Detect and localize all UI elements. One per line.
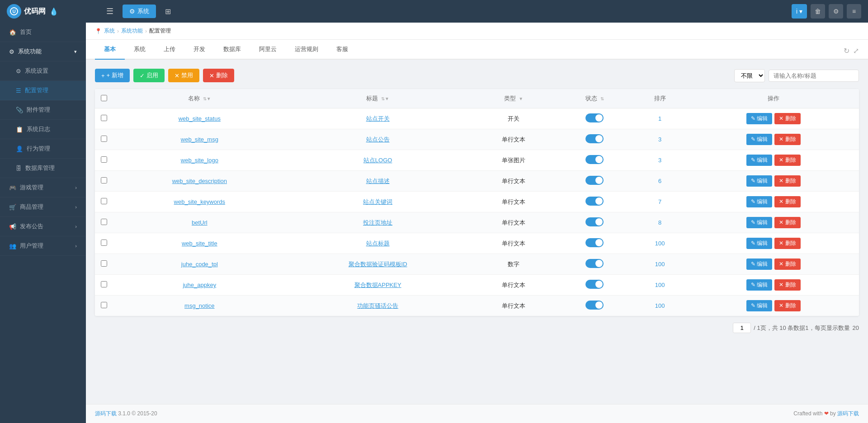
sort-name-icon[interactable]: ⇅▼ (203, 96, 211, 101)
edit-button[interactable]: ✎ 编辑 (746, 300, 772, 311)
row-title[interactable]: 站点标题 (286, 233, 470, 254)
edit-button[interactable]: ✎ 编辑 (746, 238, 772, 249)
user-info-btn[interactable]: i ▾ (792, 4, 807, 19)
footer-by-link[interactable]: 源码下载 (837, 410, 859, 417)
row-status[interactable] (557, 212, 632, 233)
enable-button[interactable]: ✓ 启用 (133, 69, 165, 82)
row-name[interactable]: web_site_msg (113, 129, 286, 150)
edit-button[interactable]: ✎ 编辑 (746, 155, 772, 166)
row-title[interactable]: 站点公告 (286, 129, 470, 150)
breadcrumb-sys-func[interactable]: 系统功能 (121, 27, 143, 35)
row-sort[interactable]: 100 (632, 233, 688, 254)
menu-toggle[interactable]: ☰ (99, 4, 120, 19)
sidebar-item-announce[interactable]: 📢 发布公告 › (0, 217, 86, 236)
row-sort[interactable]: 3 (632, 129, 688, 150)
del-button[interactable]: ✕ 删除 (774, 175, 800, 187)
breadcrumb-system[interactable]: 系统 (104, 27, 115, 35)
status-toggle[interactable] (585, 113, 604, 122)
tab-aliyun[interactable]: 阿里云 (250, 40, 286, 60)
row-status[interactable] (557, 296, 632, 316)
row-status[interactable] (557, 192, 632, 212)
sidebar-item-system-func[interactable]: ⚙ 系统功能 ▾ (0, 42, 86, 61)
row-sort[interactable]: 3 (632, 150, 688, 171)
row-sort[interactable]: 100 (632, 296, 688, 316)
del-button[interactable]: ✕ 删除 (774, 196, 800, 207)
tab-basic[interactable]: 基本 (95, 40, 125, 60)
row-status[interactable] (557, 171, 632, 192)
del-button[interactable]: ✕ 删除 (774, 134, 800, 145)
row-status[interactable] (557, 254, 632, 275)
row-name[interactable]: web_site_status (113, 108, 286, 129)
nav-grid[interactable]: ⊞ (158, 5, 178, 19)
edit-button[interactable]: ✎ 编辑 (746, 279, 772, 291)
status-toggle[interactable] (585, 176, 604, 185)
sidebar-item-goods[interactable]: 🛒 商品管理 › (0, 197, 86, 217)
status-toggle[interactable] (585, 217, 604, 226)
sidebar-item-database[interactable]: 🗄 数据库管理 (0, 159, 86, 178)
status-toggle[interactable] (585, 238, 604, 247)
row-status[interactable] (557, 108, 632, 129)
row-title[interactable]: 聚合数据APPKEY (286, 275, 470, 296)
row-sort[interactable]: 6 (632, 171, 688, 192)
row-status[interactable] (557, 150, 632, 171)
row-select-checkbox[interactable] (101, 219, 107, 225)
row-name[interactable]: web_site_description (113, 171, 286, 192)
tab-upload[interactable]: 上传 (155, 40, 184, 60)
status-toggle[interactable] (585, 155, 604, 164)
edit-button[interactable]: ✎ 编辑 (746, 196, 772, 207)
del-button[interactable]: ✕ 删除 (774, 238, 800, 249)
del-button[interactable]: ✕ 删除 (774, 279, 800, 291)
footer-download-link[interactable]: 源码下载 (95, 410, 117, 417)
sidebar-item-attachment[interactable]: 📎 附件管理 (0, 100, 86, 120)
del-button[interactable]: ✕ 删除 (774, 217, 800, 228)
tab-dev[interactable]: 开发 (184, 40, 214, 60)
row-select-checkbox[interactable] (101, 198, 107, 204)
row-title[interactable]: 聚合数据验证码模板ID (286, 254, 470, 275)
sidebar-item-behavior[interactable]: 👤 行为管理 (0, 139, 86, 159)
settings-btn[interactable]: ⚙ (829, 4, 843, 19)
row-title[interactable]: 站点关键词 (286, 192, 470, 212)
row-name[interactable]: juhe_code_tpl (113, 254, 286, 275)
status-toggle[interactable] (585, 280, 604, 289)
row-select-checkbox[interactable] (101, 240, 107, 246)
sidebar-item-home[interactable]: 🏠 首页 (0, 23, 86, 42)
row-title[interactable]: 投注页地址 (286, 212, 470, 233)
edit-button[interactable]: ✎ 编辑 (746, 258, 772, 270)
row-select-checkbox[interactable] (101, 302, 107, 308)
edit-button[interactable]: ✎ 编辑 (746, 113, 772, 124)
sidebar-item-system-settings[interactable]: ⚙ 系统设置 (0, 61, 86, 81)
page-input[interactable] (733, 323, 751, 333)
row-select-checkbox[interactable] (101, 136, 107, 142)
row-title[interactable]: 站点开关 (286, 108, 470, 129)
row-name[interactable]: juhe_appkey (113, 275, 286, 296)
fullscreen-icon[interactable]: ⤢ (853, 47, 859, 55)
menu-btn[interactable]: ≡ (847, 4, 861, 19)
del-button[interactable]: ✕ 删除 (774, 113, 800, 124)
row-sort[interactable]: 1 (632, 108, 688, 129)
row-status[interactable] (557, 129, 632, 150)
delete-button[interactable]: ✕ 删除 (203, 69, 234, 82)
trash-btn[interactable]: 🗑 (811, 4, 825, 19)
del-button[interactable]: ✕ 删除 (774, 258, 800, 270)
sort-title-icon[interactable]: ⇅▼ (381, 96, 389, 101)
sidebar-item-games[interactable]: 🎮 游戏管理 › (0, 178, 86, 197)
tab-db[interactable]: 数据库 (214, 40, 250, 60)
edit-button[interactable]: ✎ 编辑 (746, 217, 772, 228)
select-all-checkbox[interactable] (101, 95, 107, 101)
row-sort[interactable]: 8 (632, 212, 688, 233)
row-status[interactable] (557, 233, 632, 254)
del-button[interactable]: ✕ 删除 (774, 155, 800, 166)
sort-status-icon[interactable]: ⇅ (600, 96, 604, 101)
add-button[interactable]: + + 新增 (95, 69, 130, 82)
tab-support[interactable]: 客服 (327, 40, 357, 60)
refresh-icon[interactable]: ↻ (844, 47, 849, 55)
filter-type-icon[interactable]: ▼ (519, 96, 523, 101)
row-name[interactable]: betUrl (113, 212, 286, 233)
row-sort[interactable]: 7 (632, 192, 688, 212)
search-input[interactable] (769, 70, 859, 82)
status-toggle[interactable] (585, 301, 604, 310)
row-name[interactable]: web_site_title (113, 233, 286, 254)
sidebar-item-users[interactable]: 👥 用户管理 › (0, 236, 86, 256)
status-toggle[interactable] (585, 197, 604, 206)
sidebar-item-syslog[interactable]: 📋 系统日志 (0, 120, 86, 139)
